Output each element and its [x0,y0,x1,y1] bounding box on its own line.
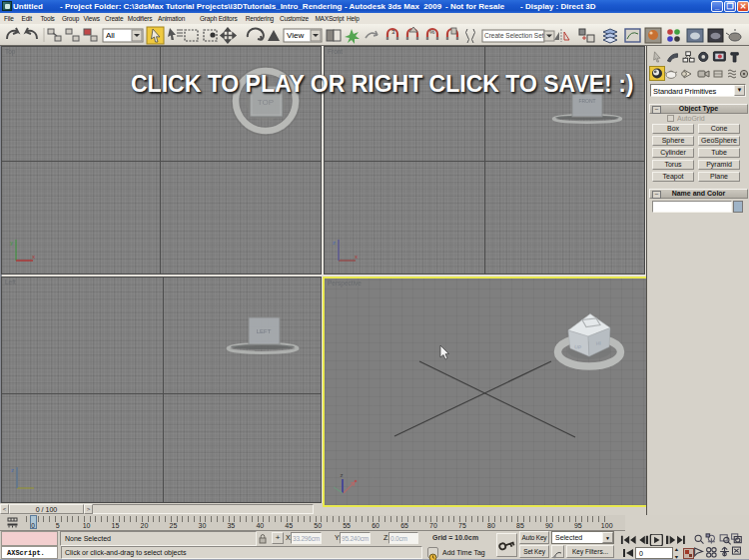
svg-text:All: All [106,31,115,40]
svg-text:Create Selection Set: Create Selection Set [484,32,544,39]
svg-text:z: z [333,240,336,246]
svg-text:%: % [429,29,435,35]
svg-text:LEFT: LEFT [257,328,272,334]
svg-text:TOP: TOP [258,98,274,107]
svg-text:HI: HI [595,340,601,346]
svg-text:x: x [355,254,358,260]
svg-text:z: z [11,467,14,473]
svg-text:FRONT: FRONT [578,98,595,104]
svg-text:View: View [287,31,304,40]
svg-text:y: y [10,240,13,246]
svg-text:x: x [32,254,35,260]
svg-text:z: z [341,472,344,478]
